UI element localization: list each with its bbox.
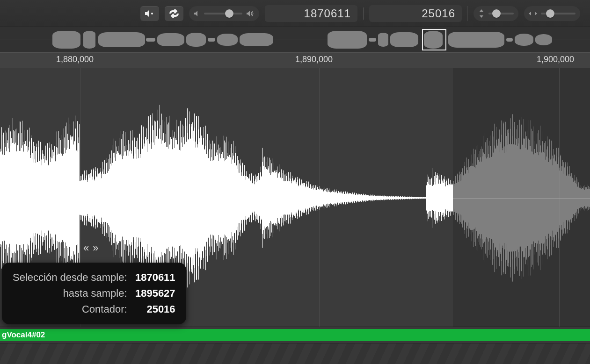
- length-readout[interactable]: 25016: [369, 5, 462, 22]
- tooltip-from-value: 1870611: [133, 270, 176, 285]
- overview-blob: [328, 31, 367, 49]
- hzoom-knob[interactable]: [546, 9, 554, 18]
- volume-knob[interactable]: [225, 9, 233, 18]
- tooltip-count-value: 25016: [133, 302, 176, 317]
- toolbar-separator: [467, 6, 468, 21]
- overview-blob: [217, 34, 238, 46]
- loop-icon: [168, 9, 180, 18]
- vertical-zoom-slider[interactable]: [473, 6, 518, 21]
- tooltip-count-label: Contador:: [12, 302, 132, 317]
- selection-tooltip: Selección desde sample: 1870611 hasta sa…: [2, 263, 186, 324]
- region-lane: gVocal4#02: [0, 327, 590, 343]
- speaker-icon: [145, 9, 155, 18]
- overview-blob: [98, 32, 145, 47]
- readout-divider: [363, 7, 364, 20]
- time-ruler[interactable]: 1,880,000 1,890,000 1,900,000: [0, 52, 590, 69]
- volume-slider[interactable]: [189, 6, 259, 21]
- overview-blob: [83, 31, 95, 49]
- vzoom-track: [488, 13, 514, 14]
- vertical-zoom-icon: [478, 9, 485, 18]
- volume-high-icon: [246, 10, 255, 17]
- selection-boundary-cursor-icon: « »: [83, 242, 99, 254]
- overview-blob: [448, 32, 504, 48]
- ruler-tick: 1,900,000: [537, 55, 574, 64]
- cycle-button[interactable]: [165, 6, 183, 21]
- overview-blob: [535, 34, 552, 45]
- horizontal-zoom-icon: [529, 10, 537, 17]
- overview-blob: [515, 34, 533, 46]
- volume-track: [204, 13, 242, 14]
- overview-blob: [52, 31, 80, 49]
- bottom-bar: [0, 343, 590, 364]
- overview-waveform[interactable]: [0, 27, 590, 53]
- preview-button[interactable]: [140, 6, 159, 21]
- horizontal-zoom-slider[interactable]: [524, 6, 580, 21]
- overview-blob: [369, 38, 376, 42]
- overview-blob: [146, 38, 155, 42]
- volume-low-icon: [194, 10, 200, 17]
- svg-point-0: [151, 13, 153, 14]
- hzoom-track: [541, 13, 575, 14]
- position-readout[interactable]: 1870611: [265, 5, 357, 22]
- overview-viewport-box[interactable]: [422, 29, 446, 50]
- tooltip-from-label: Selección desde sample:: [12, 270, 132, 285]
- position-value: 1870611: [304, 7, 351, 20]
- overview-blob: [157, 33, 184, 46]
- overview-blob: [390, 32, 418, 47]
- region-name: gVocal4#02: [2, 330, 45, 340]
- tooltip-to-label: hasta sample:: [12, 286, 132, 301]
- length-value: 25016: [422, 7, 455, 20]
- audio-region[interactable]: gVocal4#02: [0, 329, 590, 341]
- overview-blob: [506, 38, 513, 42]
- ruler-tick: 1,890,000: [295, 55, 333, 64]
- vzoom-knob[interactable]: [492, 9, 501, 18]
- overview-blob: [208, 38, 215, 42]
- overview-blob: [378, 33, 388, 47]
- toolbar: 1870611 25016: [0, 0, 590, 27]
- tooltip-to-value: 1895627: [133, 286, 176, 301]
- ruler-tick: 1,880,000: [56, 55, 94, 64]
- overview-blob: [186, 33, 206, 47]
- overview-blob: [240, 33, 273, 46]
